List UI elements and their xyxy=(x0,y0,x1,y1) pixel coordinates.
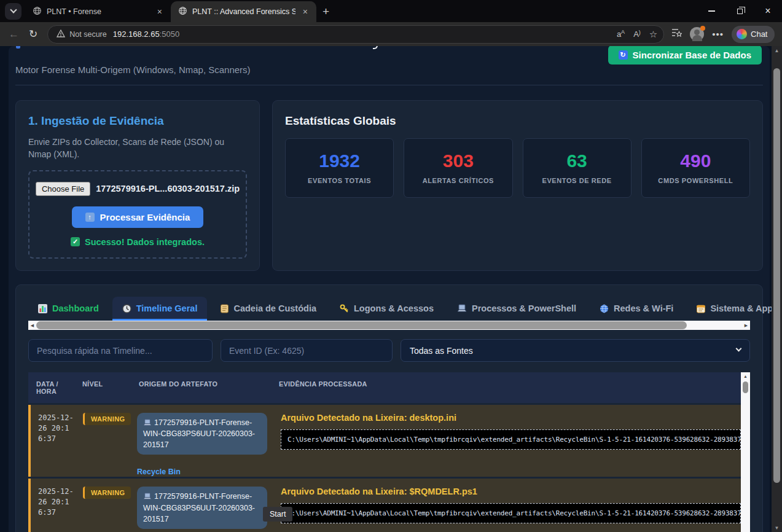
minimize-button[interactable] xyxy=(697,0,725,22)
page-title-clipped xyxy=(16,46,20,49)
restore-button[interactable] xyxy=(725,0,754,22)
browser-tab-active[interactable]: PLNT :: Advanced Forensics SOC × xyxy=(171,1,316,22)
warning-badge: WARNING xyxy=(83,413,131,425)
not-secure-label: Not secure xyxy=(69,30,106,39)
chevron-down-icon xyxy=(10,6,17,13)
close-window-button[interactable]: × xyxy=(754,0,782,22)
scroll-up-icon[interactable]: ▲ xyxy=(741,372,750,380)
artifact-link[interactable]: Recycle Bin xyxy=(137,467,181,476)
stat-label: EVENTOS TOTAIS xyxy=(286,177,393,184)
timeline-search-input[interactable] xyxy=(28,339,213,362)
stat-label: EVENTOS DE REDE xyxy=(523,177,631,184)
translate-icon[interactable]: aA xyxy=(617,29,625,39)
col-data-hora: DATA / HORA xyxy=(28,372,74,403)
sync-database-button[interactable]: ↻ Sincronizar Base de Dados xyxy=(608,46,762,65)
tab-dashboard[interactable]: Dashboard xyxy=(28,297,109,321)
col-nivel: NÍVEL xyxy=(74,372,131,403)
process-evidence-button[interactable]: ↑ Processar Evidência xyxy=(72,206,204,228)
evidence-ingestion-card: 1. Ingestão de Evidência Envie ZIPs do C… xyxy=(15,100,260,271)
evidence-path: C:\Users\ADMINI~1\AppData\Local\Temp\tmp… xyxy=(281,503,741,523)
chat-label: Chat xyxy=(751,29,767,39)
stats-title: Estatísticas Globais xyxy=(285,114,750,128)
tab-sistema-apps[interactable]: Sistema & Apps xyxy=(687,297,772,321)
event-datetime: 2025-12-26 20:16:37 xyxy=(31,405,77,477)
origin-host-pill: 1772579916-PLNT-Forense-WIN-CBG83PS6UUT-… xyxy=(137,487,267,528)
sync-database-label: Sincronizar Base de Dados xyxy=(633,50,751,60)
scroll-down-icon[interactable]: ▼ xyxy=(772,523,782,532)
laptop-icon xyxy=(143,493,152,500)
horizontal-scrollbar-thumb[interactable] xyxy=(36,321,687,329)
calendar-icon xyxy=(697,304,705,313)
clock-icon xyxy=(122,304,131,313)
col-evidencia: EVIDÊNCIA PROCESSADA xyxy=(271,372,741,403)
read-aloud-icon[interactable]: A) xyxy=(633,29,641,39)
tab-redes-wifi[interactable]: Redes & Wi-Fi xyxy=(590,297,683,321)
event-datetime: 2025-12-26 20:16:37 xyxy=(31,479,77,532)
profile-avatar[interactable] xyxy=(690,27,704,41)
tab-title: PLNT • Forense xyxy=(47,7,150,16)
timeline-filters: Todas as Fontes xyxy=(28,339,750,362)
event-id-input[interactable] xyxy=(221,339,393,362)
scroll-right-icon[interactable]: ▶ xyxy=(742,321,750,330)
profile-badge xyxy=(700,26,705,31)
global-stats-card: Estatísticas Globais 1932 EVENTOS TOTAIS… xyxy=(272,100,763,271)
choose-file-button[interactable]: Choose File xyxy=(36,182,90,196)
browser-tab-inactive[interactable]: PLNT • Forense × xyxy=(25,1,171,22)
reload-icon[interactable]: ↻ xyxy=(29,28,37,41)
stat-network-events: 63 EVENTOS DE REDE xyxy=(523,138,631,198)
evidence-path: C:\Users\ADMINI~1\AppData\Local\Temp\tmp… xyxy=(281,429,741,450)
table-row[interactable]: 2025-12-26 20:16:37 WARNING 1772579916-P… xyxy=(28,405,741,477)
scroll-left-icon[interactable]: ◀ xyxy=(28,321,36,330)
minimize-icon xyxy=(708,10,715,12)
chevron-down-icon xyxy=(736,346,742,352)
tab-timeline-geral[interactable]: Timeline Geral xyxy=(112,297,208,321)
tab-search-button[interactable] xyxy=(5,3,22,20)
table-vertical-scrollbar[interactable]: ▲ xyxy=(741,372,750,532)
success-message: ✓ Sucesso! Dados integrados. xyxy=(36,237,240,247)
page-scrollbar-thumb[interactable] xyxy=(773,68,780,483)
stat-total-events: 1932 EVENTOS TOTAIS xyxy=(285,138,394,198)
refresh-icon: ↻ xyxy=(619,50,628,60)
favorite-star-icon[interactable]: ☆ xyxy=(649,29,657,40)
timeline-table: DATA / HORA NÍVEL ORIGEM DO ARTEFATO EVI… xyxy=(28,372,750,532)
vertical-scrollbar-thumb[interactable] xyxy=(743,381,748,393)
url-port: :5050 xyxy=(160,29,180,39)
key-icon xyxy=(340,304,349,313)
address-bar[interactable]: Not secure 192.168.2.65:5050 aA A) ☆ xyxy=(47,25,664,44)
check-icon: ✓ xyxy=(71,237,80,246)
close-tab-icon[interactable]: × xyxy=(155,7,165,17)
copilot-icon xyxy=(737,29,747,39)
page-scrollbar[interactable]: ▲ ▼ xyxy=(772,46,782,532)
stat-critical-alerts: 303 ALERTAS CRÍTICOS xyxy=(404,138,512,198)
back-icon[interactable]: ← xyxy=(9,28,19,41)
close-tab-icon[interactable]: × xyxy=(300,7,310,17)
tab-processos-powershell[interactable]: Processos & PowerShell xyxy=(447,297,586,321)
forensics-main-card: Dashboard Timeline Geral Cadeia de Custó… xyxy=(15,284,763,532)
section-tabs: Dashboard Timeline Geral Cadeia de Custó… xyxy=(28,297,750,321)
restore-icon xyxy=(737,9,743,14)
evidence-title: Arquivo Detectado na Lixeira: desktop.in… xyxy=(281,413,741,423)
table-header: DATA / HORA NÍVEL ORIGEM DO ARTEFATO EVI… xyxy=(28,372,741,403)
url-host: 192.168.2.65:5050 xyxy=(113,29,179,39)
warning-badge: WARNING xyxy=(83,487,131,499)
more-menu-icon[interactable]: ••• xyxy=(712,29,724,39)
divider xyxy=(15,85,763,85)
new-tab-button[interactable]: + xyxy=(323,5,329,18)
upload-icon: ↑ xyxy=(85,213,95,222)
globe-network-icon xyxy=(600,304,609,313)
ingestion-description: Envie ZIPs do Collector, Scans de Rede (… xyxy=(28,136,247,161)
table-row[interactable]: 2025-12-26 20:16:37 WARNING 1772579916-P… xyxy=(28,479,741,532)
stat-value: 63 xyxy=(523,151,631,171)
collections-icon[interactable] xyxy=(671,28,682,40)
tab-cadeia-custodia[interactable]: Cadeia de Custódia xyxy=(211,297,326,321)
tabs-horizontal-scrollbar[interactable]: ◀ ▶ xyxy=(28,321,750,330)
copilot-chat-button[interactable]: Chat xyxy=(732,26,775,43)
scroll-up-icon[interactable]: ▲ xyxy=(772,46,782,55)
stat-label: ALERTAS CRÍTICOS xyxy=(404,177,512,184)
stat-value: 490 xyxy=(642,151,749,171)
source-filter-select[interactable]: Todas as Fontes xyxy=(401,339,750,362)
not-secure-warning-icon xyxy=(57,29,65,40)
tab-logons-acessos[interactable]: Logons & Acessos xyxy=(330,297,444,321)
file-dropzone[interactable]: Choose File 1772579916-PL...60303-201517… xyxy=(28,170,247,259)
stat-powershell-cmds: 490 CMDS POWERSHELL xyxy=(641,138,750,198)
